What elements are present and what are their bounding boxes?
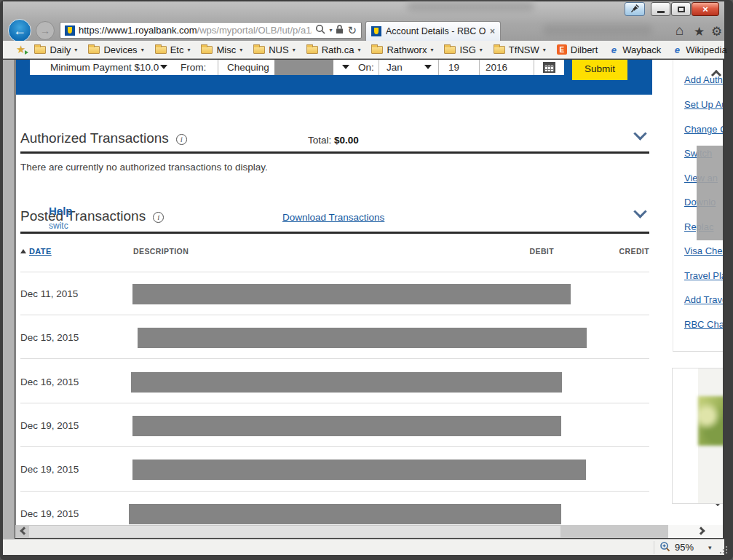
payment-amount-value: Minimum Payment $10.0: [50, 62, 159, 73]
from-account-value: Chequing: [227, 62, 269, 73]
authorized-title: Authorized Transactions: [20, 130, 169, 146]
tab-close-icon[interactable]: ×: [490, 26, 495, 36]
folder-icon: [494, 46, 505, 54]
scrollbar-track[interactable]: [15, 525, 668, 538]
resize-grip[interactable]: [719, 545, 728, 554]
favorites-star-icon[interactable]: ★: [694, 24, 705, 39]
search-icon[interactable]: [315, 24, 325, 37]
ie-icon: e: [609, 44, 619, 55]
column-header-description: DESCRIPTION: [133, 247, 189, 256]
address-bar[interactable]: https://www1.royalbank.com/wps/myportal/…: [60, 22, 362, 39]
zoom-control[interactable]: 95% ▾: [659, 540, 712, 555]
collapse-posted-icon[interactable]: [633, 205, 646, 218]
lock-icon: [336, 24, 344, 37]
download-transactions-link[interactable]: Download Transactions: [282, 212, 384, 223]
column-header-date[interactable]: DATE: [29, 247, 52, 256]
submit-button[interactable]: Submit: [572, 60, 627, 80]
scrollbar-thumb[interactable]: [29, 526, 560, 537]
folder-icon: [155, 46, 167, 54]
authorized-total: Total: $0.00: [308, 135, 359, 146]
favorites-item-daily[interactable]: Daily▾: [34, 44, 77, 55]
close-button[interactable]: ×: [692, 2, 719, 16]
chevron-down-icon[interactable]: ▾: [708, 544, 712, 551]
url-text: https://www1.royalbank.com/wps/myportal/…: [79, 25, 312, 36]
info-icon[interactable]: i: [176, 134, 187, 145]
chevron-down-icon: ▾: [357, 47, 360, 53]
transaction-date: Dec 19, 2015: [20, 504, 79, 524]
from-account-select[interactable]: From: Chequing: [172, 60, 356, 75]
promo-image: [698, 396, 723, 446]
close-icon: ×: [702, 4, 708, 15]
zoom-icon: [659, 541, 670, 554]
section-divider: [20, 151, 649, 154]
row-separator: [20, 403, 649, 403]
favorites-label: Daily: [49, 44, 71, 55]
info-icon[interactable]: i: [153, 212, 164, 223]
pin-button[interactable]: [625, 2, 645, 16]
folder-icon: [444, 46, 456, 54]
favorites-label: Misc: [216, 44, 236, 55]
favorites-item-rathca[interactable]: Rath.ca▾: [306, 44, 361, 55]
favorites-label: NUS: [269, 44, 288, 55]
horizontal-scrollbar[interactable]: [15, 525, 723, 538]
blurred-window-title: [407, 2, 534, 11]
favorites-item-tfnsw[interactable]: TfNSW▾: [494, 44, 546, 55]
back-button[interactable]: ←: [8, 19, 31, 42]
calendar-icon: [543, 62, 555, 73]
sidebar-link[interactable]: Visa Chec: [684, 245, 723, 256]
url-path: /wps/myportal/OLB/!ut/p/a1/l: [197, 25, 312, 36]
favorites-label: Wayback: [622, 44, 661, 55]
transaction-date: Dec 16, 2015: [20, 372, 79, 393]
favorites-item-nus[interactable]: NUS▾: [253, 44, 295, 55]
favorites-bar: ★ Daily▾ Devices▾ Etc▾ Misc▾ NUS▾ Rath.c…: [3, 41, 724, 59]
refresh-icon[interactable]: ↻: [347, 24, 357, 37]
favorites-label: Devices: [103, 44, 137, 55]
folder-icon: [88, 46, 100, 54]
authorized-section-header: Authorized Transactions i: [20, 130, 187, 146]
month-select[interactable]: Jan: [379, 60, 438, 75]
add-favorite-icon[interactable]: ★: [16, 43, 25, 56]
status-bar: 95% ▾: [3, 539, 724, 555]
promo-box[interactable]: [672, 368, 723, 504]
status-separator: [654, 541, 654, 554]
scroll-right-icon[interactable]: [697, 527, 705, 535]
ie-icon: e: [672, 44, 682, 55]
chevron-down-icon: ▾: [239, 47, 242, 53]
favorites-item-devices[interactable]: Devices▾: [88, 44, 143, 55]
sidebar-link[interactable]: Change C: [684, 124, 723, 135]
payment-amount-select[interactable]: Minimum Payment $10.0: [30, 60, 174, 75]
folder-icon: [34, 46, 46, 54]
favorites-item-dilbert[interactable]: EDilbert: [557, 44, 598, 55]
sidebar-link[interactable]: Travel Pla: [684, 270, 723, 281]
favorites-label: Rath.ca: [322, 44, 354, 55]
redacted-description: [131, 372, 562, 393]
address-dropdown-icon[interactable]: ▾: [329, 27, 332, 33]
sidebar-link[interactable]: Set Up Au: [684, 99, 723, 110]
tab-account-details[interactable]: Account Details - RBC Onli... ×: [365, 21, 501, 41]
gear-icon[interactable]: ⚙: [711, 24, 722, 39]
day-field[interactable]: 19: [438, 60, 479, 75]
forward-arrow-icon: →: [40, 25, 50, 36]
forward-button[interactable]: →: [36, 21, 55, 40]
favorites-item-wikipedia[interactable]: eWikipedia: [672, 44, 726, 55]
calendar-picker[interactable]: [534, 60, 564, 75]
chevron-down-icon: ▾: [187, 47, 190, 53]
scroll-left-icon[interactable]: [20, 527, 28, 535]
sidebar-link[interactable]: Add Trave: [684, 294, 723, 305]
zoom-level: 95%: [675, 542, 694, 553]
year-field[interactable]: 2016: [479, 60, 534, 75]
favorites-item-isg[interactable]: ISG▾: [444, 44, 482, 55]
favorites-item-etc[interactable]: Etc▾: [155, 44, 191, 55]
month-value: Jan: [387, 62, 403, 73]
favorites-item-rathworx[interactable]: Rathworx▾: [371, 44, 433, 55]
transaction-date: Dec 15, 2015: [20, 328, 79, 348]
redacted-sidebar-text: [697, 146, 723, 240]
home-icon[interactable]: ⌂: [675, 23, 684, 39]
minimize-icon: [657, 11, 665, 13]
sidebar-link[interactable]: RBC Cha: [684, 319, 723, 330]
favorites-item-wayback[interactable]: eWayback: [609, 44, 661, 55]
favorites-item-misc[interactable]: Misc▾: [201, 44, 242, 55]
maximize-button[interactable]: [671, 2, 691, 16]
minimize-button[interactable]: [651, 2, 670, 16]
collapse-authorized-icon[interactable]: [633, 127, 646, 140]
